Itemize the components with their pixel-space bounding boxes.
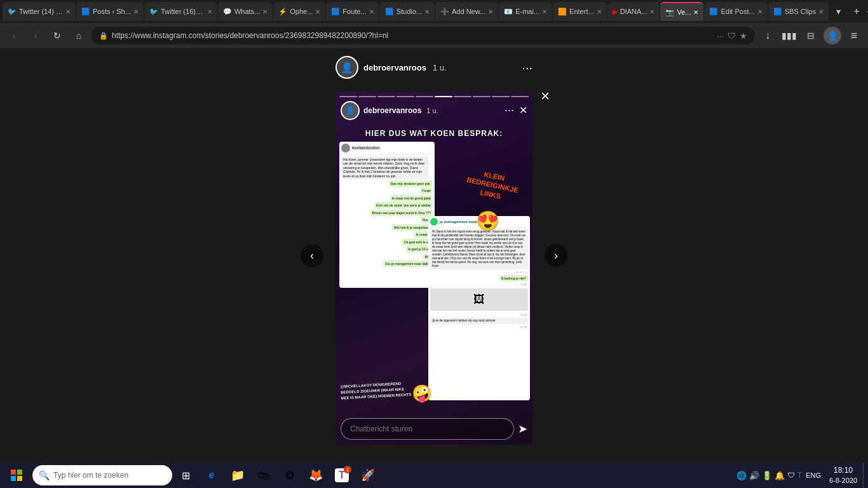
teams-tray-icon: T — [797, 471, 802, 480]
tab-title: Add New... — [452, 8, 485, 15]
collections-icon[interactable]: ▮▮▮ — [780, 27, 798, 44]
show-desktop-button[interactable] — [863, 463, 867, 488]
tab-whatsapp[interactable]: 💬 Whats... ✕ — [218, 2, 273, 21]
tab-title: SBS Clips — [785, 8, 817, 15]
tab-title: E-mai... — [515, 8, 539, 15]
email-favicon: 📧 — [504, 8, 513, 16]
tab-close-active[interactable]: ✕ — [693, 9, 698, 16]
new-tab-button[interactable]: + — [848, 3, 865, 20]
story-username-label: debroervanroos — [363, 106, 421, 115]
story-card-header: 👤 debroervanroos 1 u. ··· ✕ — [341, 101, 527, 120]
network-icon[interactable]: 🌐 — [736, 471, 747, 480]
clock-time: 18:10 — [834, 466, 853, 476]
tab-title: Whats... — [234, 8, 260, 15]
tab-addnew[interactable]: ➕ Add New... ✕ — [435, 2, 498, 21]
tab-ve-active[interactable]: 📷 Ve... ✕ — [660, 2, 703, 21]
download-icon[interactable]: ↓ — [759, 27, 776, 44]
story-options-icon[interactable]: ··· — [522, 60, 532, 75]
explorer-icon[interactable]: 📁 — [225, 463, 250, 488]
addnew-favicon: ➕ — [440, 8, 449, 16]
tab-close[interactable]: ✕ — [818, 8, 824, 15]
tab-posts-sh[interactable]: 🟦 Posts ‹ Sh... ✕ — [76, 2, 144, 21]
tab-close[interactable]: ✕ — [488, 8, 493, 15]
store-icon[interactable]: 🛍 — [251, 463, 276, 488]
tab-close[interactable]: ✕ — [424, 8, 430, 15]
settings-icon[interactable]: ⚙ — [277, 463, 302, 488]
story-prev-button[interactable]: ‹ — [301, 244, 323, 267]
tab-close[interactable]: ✕ — [262, 8, 268, 15]
menu-icon[interactable]: ≡ — [845, 27, 863, 44]
language-label: ENG — [806, 471, 821, 479]
tab-overflow[interactable]: ▾ — [829, 3, 847, 20]
story-message-input[interactable] — [341, 418, 514, 440]
tab-close[interactable]: ✕ — [315, 8, 320, 15]
tab-editpost[interactable]: 🟦 Edit Post... ✕ — [704, 2, 767, 21]
tab-entert[interactable]: 🟧 Entert... ✕ — [553, 2, 607, 21]
volume-icon[interactable]: 🔊 — [749, 471, 759, 480]
address-bar: ‹ › ↻ ⌂ 🔒 https://www.instagram.com/stor… — [0, 23, 868, 48]
forward-button[interactable]: › — [27, 27, 44, 44]
teams-icon[interactable]: T 1 — [329, 463, 355, 488]
tab-close[interactable]: ✕ — [597, 8, 602, 15]
tab-close[interactable]: ✕ — [369, 8, 374, 15]
tab-title: Foute... — [342, 8, 366, 15]
tab-diana[interactable]: ▶ DIANA... ✕ — [607, 2, 660, 21]
lock-icon: 🔒 — [99, 32, 108, 40]
tab-twitter-16[interactable]: 🐦 Twitter (16) L... ✕ — [144, 2, 217, 21]
tab-title: Ophe... — [290, 8, 313, 15]
tab-title: Entert... — [569, 8, 594, 15]
tab-close[interactable]: ✕ — [757, 8, 763, 15]
tab-email[interactable]: 📧 E-mai... ✕ — [499, 2, 552, 21]
tab-title: Posts ‹ Sh... — [93, 8, 131, 15]
heart-emoji: 😍 — [476, 210, 499, 232]
teams-badge: 1 — [344, 466, 351, 473]
sidebar-icon[interactable]: ⊟ — [802, 27, 820, 44]
reader-mode-icon: 🛡 — [728, 31, 736, 41]
tab-sbsclips[interactable]: 🟦 SBS Clips ✕ — [768, 2, 829, 21]
reload-button[interactable]: ↻ — [48, 27, 66, 44]
bookmark-icon[interactable]: ★ — [740, 31, 747, 41]
clock[interactable]: 18:10 6-8-2020 — [824, 466, 862, 485]
diana-favicon: ▶ — [613, 8, 618, 16]
edge-icon[interactable]: e — [199, 463, 224, 488]
tab-twitter-14[interactable]: 🐦 Twitter (14) Ti... ✕ — [3, 2, 76, 21]
tab-studio[interactable]: 🟦 Studio... ✕ — [380, 2, 435, 21]
start-button[interactable] — [1, 463, 32, 488]
tab-close[interactable]: ✕ — [649, 8, 654, 15]
url-bar[interactable]: 🔒 https://www.instagram.com/stories/debr… — [92, 27, 755, 44]
tab-title: DIANA... — [620, 8, 648, 15]
tab-foute[interactable]: 🟦 Foute... ✕ — [326, 2, 379, 21]
tab-close[interactable]: ✕ — [65, 8, 71, 15]
tab-ophe[interactable]: ⚡ Ophe... ✕ — [273, 2, 325, 21]
story-close-icon[interactable]: ✕ — [519, 104, 527, 116]
sbsclips-favicon: 🟦 — [773, 8, 782, 16]
battery-icon[interactable]: 🔋 — [762, 471, 772, 480]
twitter16-favicon: 🐦 — [149, 8, 158, 16]
launcher-icon[interactable]: 🚀 — [355, 463, 381, 488]
tab-close[interactable]: ✕ — [207, 8, 212, 15]
story-next-button[interactable]: › — [545, 244, 567, 267]
story-card: 👤 debroervanroos 1 u. ··· ✕ HIER DUS WAT… — [336, 92, 532, 445]
home-button[interactable]: ⌂ — [70, 27, 88, 44]
face-emoji: 🤪 — [412, 384, 432, 403]
story-close-button[interactable]: × — [536, 86, 555, 105]
url-more-icon: ··· — [717, 31, 724, 41]
page-content: 👤 debroervanroos 1 u. ··· × ‹ › 👤 debroe… — [0, 48, 868, 463]
foute-favicon: 🟦 — [331, 8, 340, 16]
back-button[interactable]: ‹ — [5, 27, 23, 44]
whatsapp-favicon: 💬 — [223, 8, 232, 16]
ve-favicon: 📷 — [665, 8, 674, 17]
tab-close[interactable]: ✕ — [542, 8, 547, 15]
story-time-label: 1 u. — [426, 107, 438, 114]
task-view-button[interactable]: ⊞ — [173, 463, 198, 488]
send-message-icon[interactable]: ➤ — [518, 422, 527, 436]
profile-icon[interactable]: 👤 — [824, 27, 841, 44]
profile-header: 👤 debroervanroos 1 u. ··· — [336, 53, 532, 81]
posts-favicon: 🟦 — [81, 8, 90, 16]
taskbar-search[interactable]: 🔍 Typ hier om te zoeken — [32, 465, 172, 485]
tab-close[interactable]: ✕ — [133, 8, 139, 15]
notification-icon[interactable]: 🔔 — [775, 471, 785, 480]
svg-rect-1 — [17, 470, 22, 475]
story-more-icon[interactable]: ··· — [505, 104, 514, 117]
firefox-icon[interactable]: 🦊 — [303, 463, 329, 488]
